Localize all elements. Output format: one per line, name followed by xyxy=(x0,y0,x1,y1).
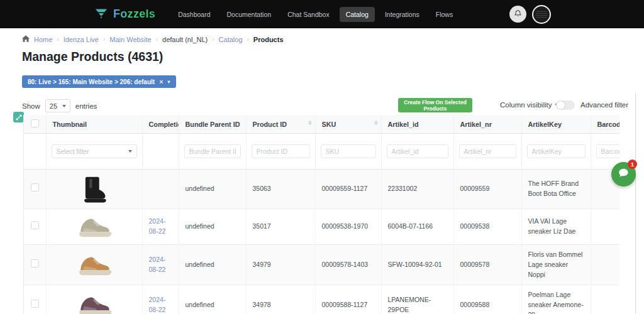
filter-input-artikel-id[interactable] xyxy=(387,144,448,158)
cell-artikel-key: The HOFF Brand Boot Bota Office xyxy=(521,170,591,209)
brand-logo[interactable]: Fozzels xyxy=(94,6,155,23)
breadcrumb-separator: › xyxy=(156,36,158,43)
right-panel-divider xyxy=(635,93,636,314)
table-filter-row: Select filter xyxy=(24,134,619,170)
filter-input-artikel-key[interactable] xyxy=(527,144,586,158)
page-title: Manage Products (4631) xyxy=(22,50,163,64)
create-flow-button[interactable]: Create Flow On Selected Products xyxy=(398,98,472,112)
notifications-button[interactable] xyxy=(509,6,526,23)
nav-item-catalog[interactable]: Catalog xyxy=(340,7,375,22)
table-row: 2024-08-22 undefined 34979 00009578-1403… xyxy=(24,245,619,285)
chip-close-icon[interactable]: × xyxy=(159,78,163,85)
column-visibility-button[interactable]: Column visibility xyxy=(500,101,558,109)
nav-item-chat-sandbox[interactable]: Chat Sandbox xyxy=(281,7,336,22)
header-completions[interactable]: Completions xyxy=(142,115,179,134)
breadcrumb-separator: › xyxy=(247,36,249,43)
fozzels-logo-icon xyxy=(94,6,108,23)
user-avatar[interactable] xyxy=(532,5,551,24)
header-artikel-nr[interactable]: Artikel_nr xyxy=(453,115,521,134)
product-thumbnail[interactable] xyxy=(53,252,136,278)
filter-input-bundle-parent-id[interactable] xyxy=(184,144,241,158)
cell-artikel-key: VIA VAI Lage sneaker Liz Dae xyxy=(521,209,591,245)
page-size-select[interactable]: 25 xyxy=(45,99,70,112)
cell-product-id: 35063 xyxy=(246,170,315,209)
cell-artikel-key: Floris van Bommel Lage sneaker Noppi xyxy=(521,245,591,285)
header-sku[interactable]: SKU xyxy=(315,115,381,134)
bell-icon xyxy=(514,9,522,20)
products-table: Thumbnail Completions Bundle Parent ID P… xyxy=(23,115,619,314)
advanced-filter-label: Advanced filter xyxy=(580,101,628,109)
cell-artikel-nr: 00009538 xyxy=(453,209,521,245)
cell-bundle-parent-id: undefined xyxy=(179,170,246,209)
header-thumbnail[interactable]: Thumbnail xyxy=(46,115,142,134)
header-product-id[interactable]: Product ID xyxy=(246,115,315,134)
expand-table-button[interactable] xyxy=(13,112,24,122)
header-artikel-key[interactable]: ArtikelKey xyxy=(521,115,591,134)
completions-date-link[interactable]: 2024-08-22 xyxy=(149,217,166,235)
nav-item-dashboard[interactable]: Dashboard xyxy=(172,7,216,22)
show-label: Show xyxy=(22,102,40,110)
table-row: undefined 35063 00009559-1127 22331002 0… xyxy=(24,170,619,209)
row-checkbox[interactable] xyxy=(31,259,39,268)
chevron-down-icon xyxy=(128,150,132,153)
cell-artikel-id: 22331002 xyxy=(381,170,453,209)
cell-artikel-nr: 00009578 xyxy=(453,245,521,285)
entries-control: Show 25 entries xyxy=(22,99,97,112)
select-filter-placeholder: Select filter xyxy=(57,148,89,155)
cell-sku: 00009588-1127 xyxy=(315,285,381,314)
column-visibility-label: Column visibility xyxy=(500,101,552,109)
cell-artikel-nr: 00009588 xyxy=(453,285,521,314)
sort-icon[interactable] xyxy=(374,121,378,125)
main-nav: Dashboard Documentation Chat Sandbox Cat… xyxy=(172,7,459,22)
sort-icon[interactable] xyxy=(308,121,312,125)
chip-caret-icon[interactable]: ▾ xyxy=(168,79,170,85)
nav-item-flows[interactable]: Flows xyxy=(430,7,459,22)
filter-input-artikel-nr[interactable] xyxy=(459,144,516,158)
header-bundle-parent-id[interactable]: Bundle Parent ID xyxy=(179,115,246,134)
filter-input-barcode[interactable] xyxy=(596,144,620,158)
table-body: undefined 35063 00009559-1127 22331002 0… xyxy=(24,170,619,314)
select-filter-dropdown[interactable]: Select filter xyxy=(52,144,137,158)
breadcrumb-main-website[interactable]: Main Website xyxy=(109,36,151,43)
cell-product-id: 34979 xyxy=(246,245,315,285)
nav-item-documentation[interactable]: Documentation xyxy=(221,7,278,22)
table-row: 2024-08-22 undefined 35017 00009538-1970… xyxy=(24,209,619,245)
header-artikel-id[interactable]: Artikel_id xyxy=(381,115,453,134)
completions-date-link[interactable]: 2024-08-22 xyxy=(149,256,166,273)
cell-sku: 00009559-1127 xyxy=(315,170,381,209)
nav-item-integrations[interactable]: Integrations xyxy=(379,7,426,22)
avatar-image xyxy=(536,11,547,18)
entries-label: entries xyxy=(75,102,97,110)
toggle-knob xyxy=(557,101,565,109)
cell-barcode xyxy=(591,245,619,285)
app-window: Fozzels Dashboard Documentation Chat San… xyxy=(0,0,644,314)
row-checkbox[interactable] xyxy=(31,221,39,229)
breadcrumb-idenza-live[interactable]: Idenza Live xyxy=(64,36,99,43)
row-checkbox[interactable] xyxy=(31,183,39,192)
chevron-down-icon xyxy=(62,105,66,107)
cell-artikel-id: SFW-10094-92-01 xyxy=(381,245,453,285)
product-thumbnail[interactable] xyxy=(53,214,136,239)
breadcrumb-home[interactable]: Home xyxy=(34,36,52,43)
select-all-checkbox[interactable] xyxy=(31,119,39,127)
filter-input-product-id[interactable] xyxy=(252,144,310,158)
product-thumbnail[interactable] xyxy=(53,293,136,314)
cell-bundle-parent-id: undefined xyxy=(179,209,246,245)
advanced-filter-toggle[interactable] xyxy=(556,100,575,110)
filter-chip-label: 80: Live > 165: Main Website > 206: defa… xyxy=(28,78,155,85)
completions-date-link[interactable]: 2024-08-22 xyxy=(149,296,166,313)
cell-artikel-id: 6004B-07-1166 xyxy=(381,209,453,245)
table-row: 2024-08-22 undefined 34978 00009588-1127… xyxy=(24,285,619,314)
product-thumbnail[interactable] xyxy=(53,175,136,203)
context-filter-chip[interactable]: 80: Live > 165: Main Website > 206: defa… xyxy=(22,75,176,88)
navbar-right xyxy=(509,5,551,24)
cell-artikel-key: Poelman Lage sneaker Anemone-29 xyxy=(521,285,591,314)
filter-input-sku[interactable] xyxy=(321,144,376,158)
top-navbar: Fozzels Dashboard Documentation Chat San… xyxy=(0,0,644,28)
cell-artikel-nr: 00009559 xyxy=(453,170,521,209)
breadcrumb-separator: › xyxy=(212,36,214,43)
breadcrumb-catalog[interactable]: Catalog xyxy=(219,36,243,43)
header-barcode[interactable]: Barcodele xyxy=(591,115,619,134)
row-checkbox[interactable] xyxy=(31,300,39,308)
home-icon[interactable] xyxy=(22,35,30,43)
